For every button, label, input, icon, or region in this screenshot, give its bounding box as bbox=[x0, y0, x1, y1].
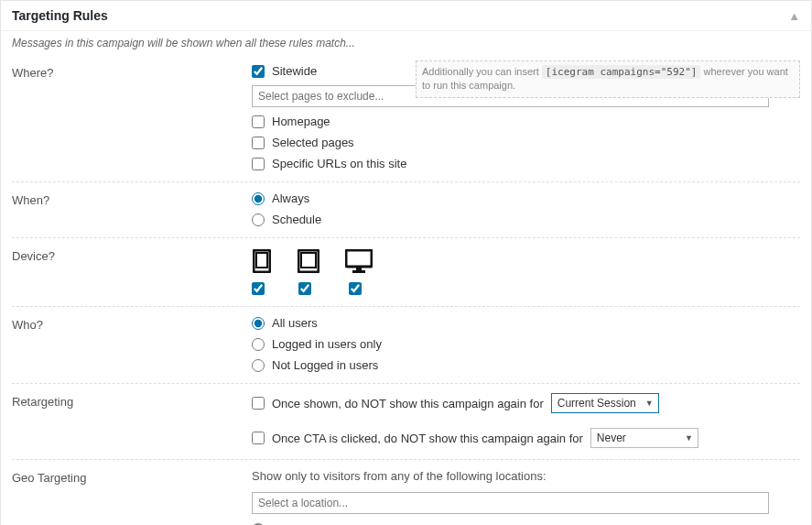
when-section: When? Always Schedule bbox=[12, 182, 800, 238]
homepage-label: Homepage bbox=[272, 115, 330, 128]
always-label: Always bbox=[272, 191, 309, 205]
panel-title: Targeting Rules bbox=[12, 8, 108, 23]
retarget-shown-select-value: Current Session bbox=[558, 397, 636, 410]
geo-subtitle: Show only to visitors from any of the fo… bbox=[252, 469, 800, 483]
specific-urls-label: Specific URLs on this site bbox=[272, 157, 406, 170]
device-tablet bbox=[298, 249, 319, 295]
device-mobile bbox=[252, 249, 272, 295]
retarget-shown-label: Once shown, do NOT show this campaign ag… bbox=[272, 397, 544, 410]
not-logged-in-label: Not Logged in users bbox=[272, 358, 378, 372]
shortcode-note: Additionally you can insert [icegram cam… bbox=[416, 60, 800, 98]
logged-in-label: Logged in users only bbox=[272, 337, 382, 351]
retarget-shown-select[interactable]: Current Session ▼ bbox=[551, 393, 659, 413]
desktop-icon bbox=[345, 249, 373, 273]
when-label: When? bbox=[12, 191, 252, 207]
selected-pages-label: Selected pages bbox=[272, 136, 354, 149]
chevron-down-icon: ▼ bbox=[685, 433, 693, 443]
chevron-down-icon: ▼ bbox=[645, 399, 654, 408]
mobile-checkbox[interactable] bbox=[252, 282, 265, 295]
panel-header: Targeting Rules ▲ bbox=[1, 1, 811, 31]
mobile-icon bbox=[253, 249, 271, 273]
svg-rect-5 bbox=[356, 267, 362, 270]
schedule-radio[interactable] bbox=[252, 213, 265, 226]
logged-in-radio[interactable] bbox=[252, 338, 265, 351]
geo-label: Geo Targeting bbox=[12, 469, 252, 485]
retarget-cta-checkbox[interactable] bbox=[252, 432, 265, 444]
intro-text: Messages in this campaign will be shown … bbox=[12, 37, 800, 49]
retarget-cta-select-value: Never bbox=[597, 432, 626, 444]
geo-section: Geo Targeting Show only to visitors from… bbox=[12, 460, 800, 525]
sitewide-checkbox[interactable] bbox=[252, 65, 265, 78]
retarget-cta-label: Once CTA is clicked, do NOT show this ca… bbox=[272, 432, 583, 445]
selected-pages-checkbox[interactable] bbox=[252, 137, 265, 149]
specific-urls-checkbox[interactable] bbox=[252, 158, 265, 170]
svg-rect-3 bbox=[301, 253, 316, 268]
device-label: Device? bbox=[12, 247, 252, 263]
svg-rect-1 bbox=[256, 253, 267, 268]
retargeting-label: Retargeting bbox=[12, 393, 252, 409]
always-radio[interactable] bbox=[252, 192, 265, 205]
note-prefix: Additionally you can insert bbox=[422, 66, 539, 77]
schedule-label: Schedule bbox=[272, 213, 321, 226]
geo-location-input[interactable] bbox=[252, 492, 769, 514]
retargeting-section: Retargeting Once shown, do NOT show this… bbox=[12, 384, 800, 460]
device-section: Device? bbox=[12, 238, 800, 307]
who-label: Who? bbox=[12, 316, 252, 332]
where-section: Where? Additionally you can insert [iceg… bbox=[12, 55, 800, 182]
desktop-checkbox[interactable] bbox=[349, 282, 362, 295]
panel-body: Messages in this campaign will be shown … bbox=[1, 31, 811, 525]
device-desktop bbox=[345, 249, 373, 295]
note-code: [icegram campaigns="592"] bbox=[542, 65, 701, 79]
tablet-icon bbox=[298, 249, 319, 273]
targeting-rules-panel: Targeting Rules ▲ Messages in this campa… bbox=[0, 0, 812, 525]
where-label: Where? bbox=[12, 64, 252, 80]
all-users-radio[interactable] bbox=[252, 317, 265, 330]
homepage-checkbox[interactable] bbox=[252, 115, 265, 128]
collapse-toggle[interactable]: ▲ bbox=[788, 9, 800, 23]
svg-rect-6 bbox=[352, 270, 365, 273]
retarget-cta-select[interactable]: Never ▼ bbox=[590, 428, 698, 448]
who-section: Who? All users Logged in users only Not … bbox=[12, 307, 800, 384]
sitewide-label: Sitewide bbox=[272, 64, 317, 78]
svg-rect-4 bbox=[346, 250, 372, 267]
retarget-shown-checkbox[interactable] bbox=[252, 397, 265, 410]
not-logged-in-radio[interactable] bbox=[252, 359, 265, 372]
all-users-label: All users bbox=[272, 316, 318, 330]
tablet-checkbox[interactable] bbox=[298, 282, 311, 295]
